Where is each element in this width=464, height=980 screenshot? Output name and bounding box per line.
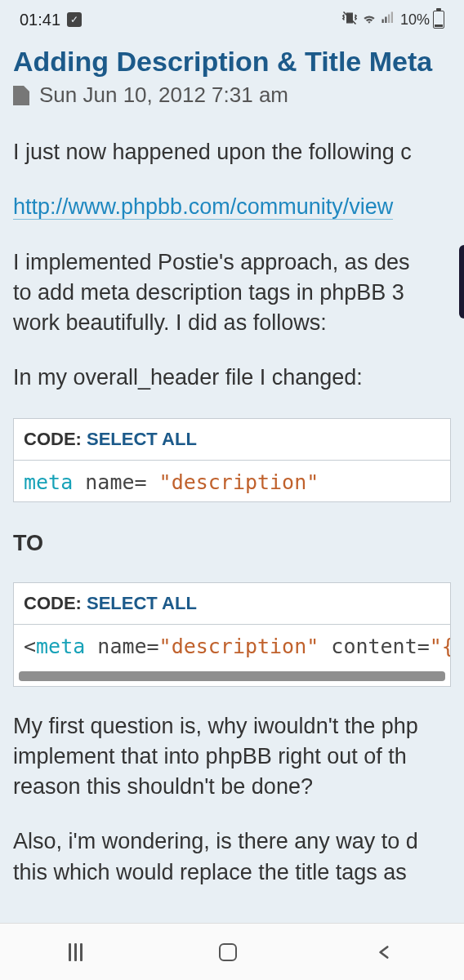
battery-percent: 10% xyxy=(400,11,430,29)
file-icon xyxy=(13,86,29,105)
status-clock: 01:41 xyxy=(20,11,60,29)
battery-icon xyxy=(433,11,444,29)
home-button[interactable] xyxy=(219,943,237,961)
code-block: CODE: SELECT ALL meta name= "description… xyxy=(13,418,451,503)
svg-rect-4 xyxy=(391,11,393,23)
vibrate-icon xyxy=(341,10,358,30)
post-content[interactable]: Adding Description & Title Meta Sun Jun … xyxy=(0,46,464,888)
code-block: CODE: SELECT ALL <meta name="description… xyxy=(13,582,451,687)
signal-icon xyxy=(381,11,395,29)
external-link[interactable]: http://www.phpbb.com/community/view xyxy=(13,194,393,220)
svg-rect-2 xyxy=(385,16,386,23)
post-paragraph: Also, i'm wondering, is there any way to… xyxy=(13,826,451,888)
post-body: I just now happened upon the following c… xyxy=(13,137,451,888)
code-label: CODE: xyxy=(24,593,82,613)
post-paragraph: I implemented Postie's approach, as des … xyxy=(13,247,451,339)
back-button[interactable] xyxy=(374,942,395,963)
to-label: TO xyxy=(13,528,451,559)
select-all-link[interactable]: SELECT ALL xyxy=(87,593,197,613)
svg-rect-1 xyxy=(381,19,383,23)
post-title[interactable]: Adding Description & Title Meta xyxy=(13,46,451,78)
horizontal-scrollbar[interactable] xyxy=(19,671,445,681)
wifi-icon xyxy=(361,10,377,30)
code-header: CODE: SELECT ALL xyxy=(14,583,450,625)
code-header: CODE: SELECT ALL xyxy=(14,419,450,461)
code-content[interactable]: <meta name="description" content="{F xyxy=(14,625,450,666)
post-meta: Sun Jun 10, 2012 7:31 am xyxy=(13,82,451,108)
post-link-line: http://www.phpbb.com/community/view xyxy=(13,192,451,222)
code-content[interactable]: meta name= "description" xyxy=(14,461,450,502)
notification-icon: ✓ xyxy=(67,12,82,27)
select-all-link[interactable]: SELECT ALL xyxy=(87,429,197,449)
svg-rect-3 xyxy=(388,14,390,23)
recents-button[interactable] xyxy=(69,943,83,961)
status-bar: 01:41 ✓ 10% xyxy=(0,0,464,39)
status-right: 10% xyxy=(341,10,444,30)
nav-bar xyxy=(0,923,464,980)
post-paragraph: My first question is, why iwouldn't the … xyxy=(13,711,451,803)
post-paragraph: I just now happened upon the following c xyxy=(13,137,451,167)
scroll-indicator xyxy=(459,245,464,318)
post-date: Sun Jun 10, 2012 7:31 am xyxy=(39,82,288,108)
post-paragraph: In my overall_header file I changed: xyxy=(13,363,451,393)
code-label: CODE: xyxy=(24,429,82,449)
status-left: 01:41 ✓ xyxy=(20,11,82,29)
